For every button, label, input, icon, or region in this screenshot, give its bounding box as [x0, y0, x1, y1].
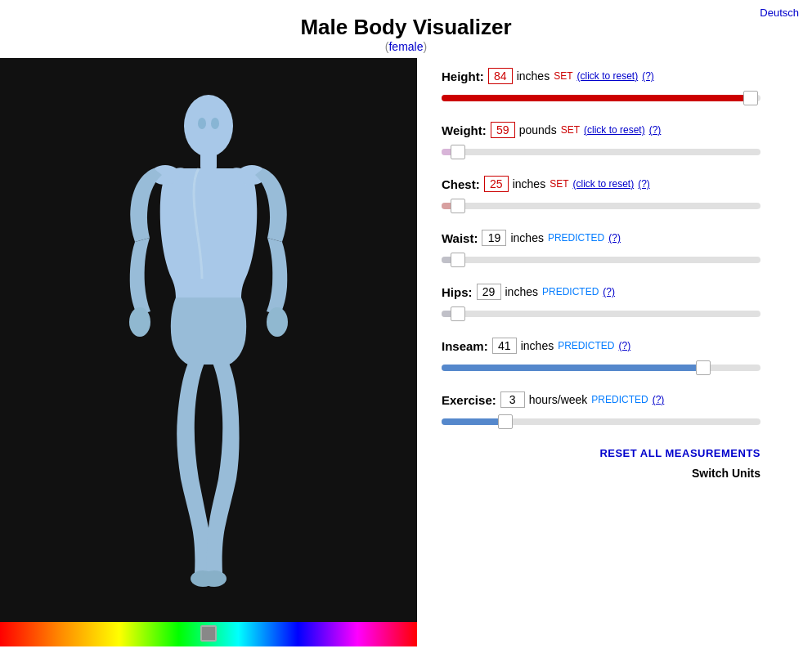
- exercise-unit: hours/week: [529, 393, 588, 406]
- exercise-slider-track[interactable]: [442, 418, 760, 425]
- height-slider-fill: [442, 95, 751, 101]
- svg-point-5: [129, 307, 150, 337]
- weight-value[interactable]: 59: [491, 122, 515, 138]
- color-bar-thumb[interactable]: [200, 625, 217, 642]
- chest-value[interactable]: 25: [484, 176, 509, 192]
- chest-row: Chest: 25 inches SET (click to reset) (?…: [442, 176, 796, 215]
- height-slider-thumb[interactable]: [743, 91, 758, 105]
- height-slider-track[interactable]: [442, 95, 760, 101]
- reset-all-button[interactable]: RESET ALL MEASUREMENTS: [599, 447, 760, 459]
- height-row: Height: 84 inches SET (click to reset) (…: [442, 68, 796, 107]
- waist-unit: inches: [510, 231, 543, 244]
- weight-slider-thumb[interactable]: [451, 145, 465, 159]
- weight-row: Weight: 59 pounds SET (click to reset) (…: [442, 122, 796, 161]
- exercise-slider-thumb[interactable]: [498, 414, 513, 429]
- inseam-unit: inches: [521, 339, 554, 352]
- weight-reset-link[interactable]: (click to reset): [584, 124, 645, 136]
- hips-slider-thumb[interactable]: [451, 306, 465, 321]
- chest-status: SET: [550, 178, 568, 190]
- waist-slider-thumb[interactable]: [451, 253, 465, 267]
- switch-units-button[interactable]: Switch Units: [442, 467, 760, 480]
- page-title: Male Body Visualizer: [0, 15, 812, 40]
- height-status: SET: [554, 70, 572, 82]
- weight-label: Weight:: [442, 123, 487, 137]
- svg-rect-2: [200, 152, 217, 170]
- inseam-status: PREDICTED: [558, 340, 614, 351]
- weight-help-link[interactable]: (?): [649, 124, 662, 136]
- svg-point-9: [198, 118, 206, 129]
- inseam-row: Inseam: 41 inches PREDICTED (?): [442, 338, 796, 377]
- chest-slider-track[interactable]: [442, 203, 760, 209]
- chest-reset-link[interactable]: (click to reset): [572, 178, 634, 190]
- exercise-label: Exercise:: [442, 393, 496, 407]
- exercise-value[interactable]: 3: [500, 391, 525, 408]
- svg-point-10: [211, 118, 219, 129]
- weight-unit: pounds: [519, 123, 557, 136]
- color-bar[interactable]: [0, 622, 417, 646]
- height-reset-link[interactable]: (click to reset): [576, 70, 638, 82]
- language-link[interactable]: Deutsch: [760, 7, 799, 19]
- height-value[interactable]: 84: [488, 68, 513, 84]
- waist-row: Waist: 19 inches PREDICTED (?): [442, 230, 796, 269]
- hips-status: PREDICTED: [542, 286, 599, 297]
- inseam-slider-container: [442, 359, 760, 377]
- body-canvas: [0, 58, 417, 622]
- hips-slider-container: [442, 305, 760, 323]
- inseam-slider-thumb[interactable]: [696, 360, 711, 375]
- chest-help-link[interactable]: (?): [638, 178, 650, 190]
- bottom-actions: RESET ALL MEASUREMENTS Switch Units: [442, 445, 760, 480]
- svg-point-1: [184, 95, 233, 157]
- hips-slider-track[interactable]: [442, 311, 760, 317]
- switch-gender-link[interactable]: female: [388, 40, 423, 53]
- inseam-value[interactable]: 41: [492, 338, 517, 354]
- switch-gender-text: (female): [0, 40, 812, 53]
- waist-slider-track[interactable]: [442, 257, 760, 263]
- inseam-slider-track[interactable]: [442, 365, 760, 371]
- body-visualizer-panel: [0, 58, 417, 646]
- waist-label: Waist:: [442, 231, 478, 245]
- svg-point-6: [267, 307, 288, 337]
- waist-status: PREDICTED: [548, 232, 604, 244]
- height-help-link[interactable]: (?): [642, 70, 654, 82]
- waist-slider-container: [442, 251, 760, 269]
- waist-value[interactable]: 19: [482, 230, 506, 246]
- body-figure-svg: [78, 70, 339, 610]
- inseam-help-link[interactable]: (?): [619, 340, 631, 351]
- height-label: Height:: [442, 69, 484, 83]
- chest-label: Chest:: [442, 177, 480, 191]
- inseam-label: Inseam:: [442, 339, 488, 353]
- weight-slider-container: [442, 143, 760, 161]
- chest-slider-container: [442, 197, 760, 215]
- height-slider-container: [442, 89, 760, 107]
- weight-status: SET: [561, 124, 580, 136]
- hips-unit: inches: [505, 285, 538, 298]
- weight-slider-track[interactable]: [442, 149, 760, 155]
- height-unit: inches: [517, 69, 550, 83]
- inseam-slider-fill: [442, 365, 703, 371]
- hips-label: Hips:: [442, 285, 473, 299]
- exercise-slider-fill: [442, 418, 505, 425]
- chest-slider-thumb[interactable]: [451, 199, 465, 213]
- exercise-help-link[interactable]: (?): [653, 394, 665, 405]
- exercise-status: PREDICTED: [591, 394, 648, 405]
- svg-point-8: [202, 570, 227, 587]
- chest-unit: inches: [513, 177, 545, 190]
- controls-panel: Height: 84 inches SET (click to reset) (…: [417, 58, 812, 646]
- hips-value[interactable]: 29: [477, 284, 501, 300]
- waist-help-link[interactable]: (?): [608, 232, 621, 244]
- exercise-row: Exercise: 3 hours/week PREDICTED (?): [442, 391, 796, 431]
- hips-row: Hips: 29 inches PREDICTED (?): [442, 284, 796, 323]
- hips-help-link[interactable]: (?): [603, 286, 615, 297]
- exercise-slider-container: [442, 413, 760, 431]
